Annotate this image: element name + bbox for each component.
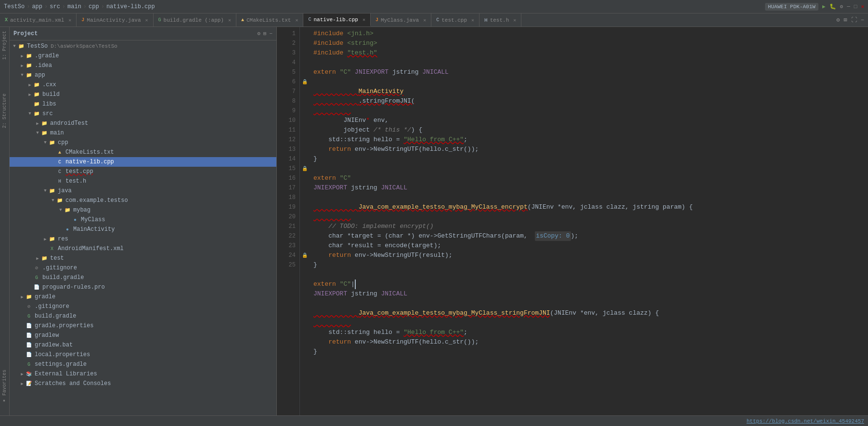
code-content[interactable]: #include <jni.h> #include <string> #incl…	[310, 27, 868, 415]
tree-item-main[interactable]: ▼ 📁 main	[10, 128, 276, 138]
tree-item-build[interactable]: ▶ 📁 build	[10, 90, 276, 99]
tab-close[interactable]: ✕	[471, 17, 474, 23]
tab-close[interactable]: ✕	[513, 17, 516, 23]
arrow-main: ▼	[35, 131, 40, 135]
kw-include3: #include	[313, 48, 343, 58]
kw-include2: #include	[313, 39, 343, 48]
tab-test-h[interactable]: H test.h ✕	[479, 13, 521, 27]
tree-item-src[interactable]: ▼ 📁 src	[10, 109, 276, 119]
tree-item-mainactivity[interactable]: ▶ ● MainActivity	[10, 225, 276, 234]
bottom-link[interactable]: https://blog.csdn.net/weixin_45492457	[747, 418, 864, 424]
tree-item-testso[interactable]: ▼ 📁 TestSo D:\asWorkSpace\TestSo	[10, 41, 276, 51]
tab-close[interactable]: ✕	[145, 17, 148, 23]
panel-expand-icon[interactable]: ⊞	[263, 30, 267, 37]
tab-label: CMakeLists.txt	[246, 17, 291, 23]
tree-item-test-h[interactable]: ▶ H test.h	[10, 176, 276, 186]
maximize-icon[interactable]: □	[854, 4, 857, 10]
tree-item-cpp-folder[interactable]: ▼ 📁 cpp	[10, 138, 276, 147]
label-manifest: AndroidManifest.xml	[58, 245, 124, 252]
tree-item-proguard[interactable]: ▶ 📄 proguard-rules.pro	[10, 282, 276, 292]
tree-item-com-example[interactable]: ▼ 📁 com.example.testso	[10, 196, 276, 205]
tab-label: test.cpp	[441, 17, 467, 23]
tab-mainactivity-java[interactable]: J MainActivity.java ✕	[77, 13, 153, 27]
tab-build-gradle-app[interactable]: G build.gradle (:app) ✕	[154, 13, 236, 27]
extern-c1: "C"	[340, 67, 351, 77]
tree-item-libs[interactable]: ▶ 📁 libs	[10, 99, 276, 109]
side-label-project[interactable]: 1: Project	[1, 29, 8, 62]
label-cxx: .cxx	[42, 81, 56, 88]
tree-item-scratches[interactable]: ▶ 📝 Scratches and Consoles	[10, 379, 276, 388]
tree-item-res[interactable]: ▶ 📁 res	[10, 234, 276, 244]
tab-myclass-java[interactable]: J MyClass.java ✕	[371, 13, 431, 27]
editor-expand-icon[interactable]: ⛶	[851, 16, 857, 24]
gutter-icon-24: 🔒	[300, 251, 310, 260]
settings-icon[interactable]: ⚙	[840, 3, 843, 10]
tab-close[interactable]: ✕	[295, 17, 298, 23]
tree-item-external-libs[interactable]: ▶ 📚 External Libraries	[10, 369, 276, 379]
arrow-src: ▼	[27, 111, 33, 116]
tree-item-androidtest[interactable]: ▶ 📁 androidTest	[10, 119, 276, 128]
code-line-7: JNIEnv * env,	[313, 116, 864, 125]
code-line-1: #include <jni.h>	[313, 29, 864, 39]
tree-item-gradlew[interactable]: ▶ 📄 gradlew	[10, 331, 276, 340]
run-icon[interactable]: ▶	[822, 3, 826, 10]
tree-item-manifest[interactable]: ▶ X AndroidManifest.xml	[10, 244, 276, 253]
label-cpp-folder: cpp	[58, 139, 68, 146]
tree-item-settingsgradle[interactable]: ▶ G settings.gradle	[10, 359, 276, 369]
tree-item-myclass[interactable]: ▶ ● MyClass	[10, 215, 276, 225]
label-gradlew: gradlew	[35, 332, 59, 339]
tree-item-java-folder[interactable]: ▼ 📁 java	[10, 186, 276, 196]
editor-minimize-icon[interactable]: −	[861, 17, 864, 24]
side-label-structure[interactable]: 2: Structure	[1, 92, 8, 130]
kw-extern1: extern	[313, 67, 336, 77]
tree-item-buildgradle-root[interactable]: ▶ G build.gradle	[10, 311, 276, 321]
tree-item-idea[interactable]: ▶ 📁 .idea	[10, 61, 276, 70]
tree-item-gradleprops[interactable]: ▶ 📄 gradle.properties	[10, 321, 276, 331]
panel-collapse-icon[interactable]: −	[269, 31, 272, 37]
side-label-favorites[interactable]: ★ Favorites	[1, 368, 8, 406]
tree-item-app[interactable]: ▼ 📁 app	[10, 70, 276, 80]
tab-close[interactable]: ✕	[68, 17, 71, 23]
label-idea: .idea	[35, 62, 52, 69]
label-gradle-root: gradle	[35, 293, 55, 300]
label-res: res	[58, 236, 68, 242]
tree-item-gitignore-root[interactable]: ▶ ⊘ .gitignore	[10, 302, 276, 311]
tree-item-gitignore-app[interactable]: ▶ ⊘ .gitignore	[10, 263, 276, 273]
side-labels-left: 1: Project 2: Structure ★ Favorites	[0, 27, 10, 415]
device-badge: HUAWEI PDK-A01W	[765, 3, 818, 11]
tab-close[interactable]: ✕	[363, 17, 365, 23]
tree-item-gradle-hidden[interactable]: ▶ 📁 .gradle	[10, 51, 276, 61]
java-icon: J	[81, 17, 84, 23]
icon-test-folder: 📁	[40, 254, 48, 262]
tab-native-lib-cpp[interactable]: C native-lib.cpp ✕	[303, 13, 370, 27]
h-icon: H	[484, 17, 488, 23]
tab-close[interactable]: ✕	[228, 17, 231, 23]
debug-icon[interactable]: 🐛	[829, 3, 836, 10]
minimize-icon[interactable]: ─	[847, 4, 850, 10]
code-line-26: return env->NewStringUTF(hello.c_str());	[313, 337, 864, 347]
tree-item-test-cpp[interactable]: ▶ C test.cpp	[10, 167, 276, 176]
tab-activity-main-xml[interactable]: X activity_main.xml ✕	[0, 13, 77, 27]
tab-test-cpp[interactable]: C test.cpp ✕	[431, 13, 479, 27]
editor-split-icon[interactable]: ⊞	[844, 16, 847, 24]
arrow-cpp: ▼	[42, 140, 48, 145]
icon-gradlew: 📄	[25, 332, 33, 339]
tree-item-buildgradle-app[interactable]: ▶ G build.gradle	[10, 273, 276, 282]
arrow-mybag: ▼	[58, 208, 64, 213]
gutter-icon-15: 🔒	[300, 164, 310, 173]
panel-settings-icon[interactable]: ⚙	[257, 30, 260, 37]
tree-item-localprops[interactable]: ▶ 📄 local.properties	[10, 350, 276, 359]
tab-cmakelists-txt[interactable]: ▲ CMakeLists.txt ✕	[236, 13, 303, 27]
tree-item-gradlewbat[interactable]: ▶ 📄 gradlew.bat	[10, 340, 276, 350]
tree-item-mybag[interactable]: ▼ 📁 mybag	[10, 205, 276, 215]
editor-settings-icon[interactable]: ⚙	[836, 16, 840, 24]
tree-item-native-lib[interactable]: ▶ C native-lib.cpp	[10, 157, 276, 167]
tab-close[interactable]: ✕	[423, 17, 426, 23]
tree-item-gradle-root[interactable]: ▶ 📁 gradle	[10, 292, 276, 302]
close-icon[interactable]: ✕	[861, 3, 864, 10]
tree-item-cmakelists[interactable]: ▶ ▲ CMakeLists.txt	[10, 147, 276, 157]
tree-item-cxx[interactable]: ▶ 📁 .cxx	[10, 80, 276, 90]
tree-item-test-folder[interactable]: ▶ 📁 test	[10, 253, 276, 263]
code-line-17: char *target = (char *) env->GetStringUT…	[313, 231, 864, 241]
label-gradle-hidden: .gradle	[35, 53, 59, 59]
